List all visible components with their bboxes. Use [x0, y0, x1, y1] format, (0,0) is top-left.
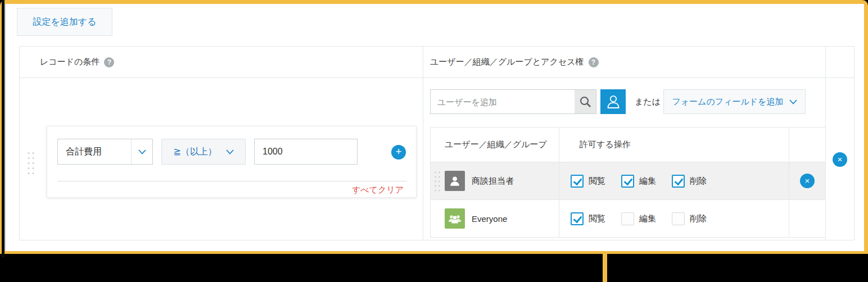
record-condition-header-label: レコードの条件 [40, 57, 100, 67]
table-row: 商談担当者 [431, 162, 559, 200]
person-icon [449, 175, 461, 187]
search-icon[interactable] [575, 90, 596, 113]
edit-checkbox[interactable] [621, 212, 634, 225]
operator-select-value: ≧（以上） [173, 146, 216, 158]
edit-label: 編集 [639, 213, 656, 224]
entity-column-label: ユーザー／組織／グループ [445, 139, 547, 150]
help-icon[interactable]: ? [104, 57, 114, 67]
record-condition-header: レコードの条件 ? [20, 47, 423, 78]
annotation-border-fragment [603, 253, 607, 282]
remove-column-header [789, 128, 825, 162]
operator-select[interactable]: ≧（以上） [161, 139, 246, 165]
add-form-field-label: フォームのフィールドを追加 [672, 97, 783, 107]
edit-checkbox[interactable] [621, 175, 634, 188]
entity-permission-table: ユーザー／組織／グループ 許可する操作 商談担当者 [430, 127, 826, 238]
group-icon [447, 212, 462, 225]
add-setting-button[interactable]: 設定を追加する [17, 8, 112, 36]
operations-column-label: 許可する操作 [580, 139, 631, 150]
drag-handle-icon[interactable] [433, 170, 441, 193]
help-icon[interactable]: ? [589, 57, 599, 67]
entity-column-header: ユーザー／組織／グループ [431, 128, 559, 162]
access-cell: または フォームのフィールドを追加 ユーザー／組織／グループ 許可する操作 [423, 78, 826, 240]
operations-cell: 閲覧 編集 削除 [559, 200, 789, 237]
edit-label: 編集 [639, 176, 656, 187]
or-label: または [635, 97, 661, 107]
chevron-down-icon [131, 139, 152, 164]
divider [57, 181, 407, 181]
drag-handle-icon[interactable] [26, 150, 35, 176]
left-edge-line [4, 4, 6, 251]
view-label: 閲覧 [589, 213, 605, 224]
header-spacer-cell [826, 47, 854, 78]
condition-cell: 合計費用 ≧（以上） + [20, 78, 423, 240]
view-checkbox[interactable] [571, 212, 584, 225]
chevron-down-icon [226, 149, 234, 154]
person-icon [606, 94, 621, 110]
view-label: 閲覧 [589, 176, 605, 187]
group-avatar [445, 208, 465, 229]
field-select-value: 合計費用 [58, 146, 131, 158]
user-search-input[interactable] [431, 90, 575, 113]
entity-name: Everyone [472, 214, 507, 224]
table-row: Everyone [431, 200, 559, 237]
remove-entity-icon[interactable]: × [800, 174, 815, 188]
access-header-label: ユーザー／組織／グループとアクセス権 [430, 57, 584, 67]
operations-cell: 閲覧 編集 削除 [559, 162, 789, 200]
delete-label: 削除 [690, 213, 707, 224]
remove-entry-icon[interactable]: × [833, 152, 847, 167]
settings-panel: 設定を追加する レコードの条件 ? ユーザー／組織／グループとアクセス権 ? 合… [0, 0, 868, 254]
add-form-field-button[interactable]: フォームのフィールドを追加 [663, 89, 806, 114]
clear-all-link[interactable]: すべてクリア [352, 185, 404, 195]
chevron-down-icon [789, 99, 797, 104]
user-avatar [445, 171, 465, 191]
field-select[interactable]: 合計費用 [57, 139, 153, 165]
delete-checkbox[interactable] [672, 212, 685, 225]
permission-entry-table: レコードの条件 ? ユーザー／組織／グループとアクセス権 ? 合計費用 [19, 46, 855, 240]
remove-cell [789, 200, 825, 237]
delete-checkbox[interactable] [672, 175, 685, 188]
delete-label: 削除 [690, 176, 707, 187]
entry-remove-cell: × [826, 78, 854, 240]
view-checkbox[interactable] [571, 175, 584, 188]
screenshot-canvas: 設定を追加する レコードの条件 ? ユーザー／組織／グループとアクセス権 ? 合… [0, 0, 868, 282]
select-user-button[interactable] [600, 89, 626, 114]
operations-column-header: 許可する操作 [559, 128, 789, 162]
access-header: ユーザー／組織／グループとアクセス権 ? [423, 47, 826, 78]
user-search-box [430, 89, 596, 114]
remove-cell: × [789, 162, 825, 200]
add-condition-icon[interactable]: + [391, 145, 406, 160]
entity-name: 商談担当者 [472, 176, 514, 187]
condition-card: 合計費用 ≧（以上） + [47, 126, 417, 198]
condition-value-input[interactable] [254, 139, 358, 165]
